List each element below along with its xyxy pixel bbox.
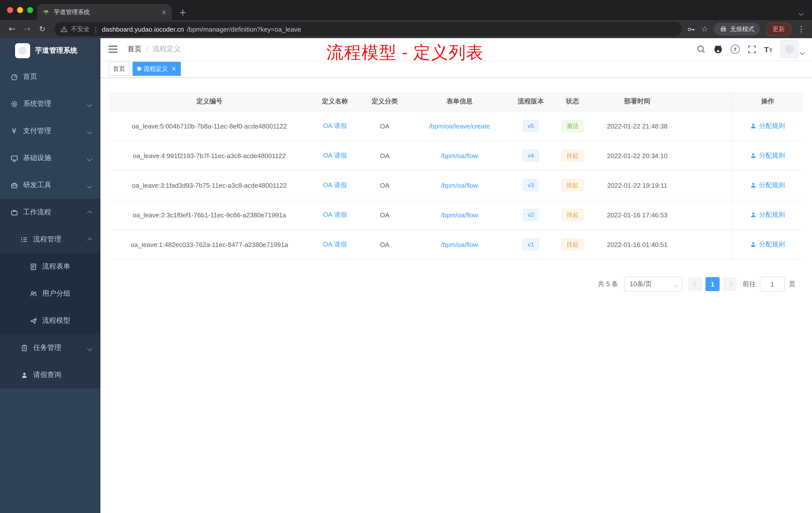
breadcrumb-current: 流程定义: [153, 45, 181, 54]
browser-tab[interactable]: 芋道管理系统 ×: [37, 4, 172, 20]
cell-spacer: [682, 141, 732, 171]
version-badge: v3: [522, 179, 539, 191]
github-icon[interactable]: [713, 45, 722, 54]
chrome-update-button[interactable]: 更新: [766, 22, 791, 36]
prev-page-button[interactable]: [689, 277, 702, 291]
user-menu[interactable]: [780, 40, 804, 58]
col-definition-id: 定义编号: [109, 92, 310, 111]
col-deploy-time: 部署时间: [593, 92, 682, 111]
sidebar-fold-icon[interactable]: [109, 46, 117, 53]
back-button[interactable]: ←: [5, 25, 19, 33]
col-process-version: 流程版本: [510, 92, 552, 111]
page-number-1[interactable]: 1: [705, 277, 720, 291]
infrastructure-icon: [10, 154, 18, 162]
sidebar-item-user-group[interactable]: 用户分组: [0, 280, 100, 307]
sidebar-item-infrastructure[interactable]: 基础设施: [0, 145, 100, 172]
form-info-link[interactable]: /bpm/oa/flow: [441, 211, 478, 219]
address-bar[interactable]: 不安全 | dashboard.yudao.iocoder.cn/bpm/man…: [54, 22, 682, 36]
assign-rule-link[interactable]: 分配规则: [751, 240, 785, 249]
password-key-icon[interactable]: [687, 25, 695, 33]
incognito-profile-chip[interactable]: 无痕模式: [714, 23, 760, 36]
form-info-link[interactable]: /bpm/oa/flow: [441, 181, 478, 189]
annotation-text: 流程模型 - 定义列表: [326, 41, 484, 64]
new-tab-button[interactable]: +: [179, 7, 187, 17]
forward-button[interactable]: →: [20, 25, 34, 33]
tag-process-definition[interactable]: 流程定义 ×: [133, 62, 181, 76]
page-main: 定义编号 定义名称 定义分类 表单信息 流程版本 状态 部署时间 操作: [100, 78, 812, 513]
user-icon: [751, 123, 756, 129]
app-window: 芋道管理系统 首页 系统管理 ¥ 支付管理: [0, 38, 812, 513]
sidebar-item-process-form[interactable]: 流程表单: [0, 253, 100, 280]
sidebar-item-task-management[interactable]: 任务管理: [0, 334, 100, 361]
form-info-link[interactable]: /bpm/oa/leave/create: [429, 122, 490, 130]
chevron-down-icon: [674, 280, 678, 288]
chevron-down-icon: [88, 181, 91, 189]
page-size-select[interactable]: 10条/页: [624, 277, 683, 292]
assign-rule-link[interactable]: 分配规则: [751, 121, 785, 130]
chevron-down-icon: [88, 154, 91, 162]
browser-menu-icon[interactable]: ⋮: [798, 25, 805, 34]
definition-name-link[interactable]: OA 请假: [323, 122, 347, 129]
app-logo-row[interactable]: 芋道管理系统: [0, 38, 100, 63]
sidebar-item-payment[interactable]: ¥ 支付管理: [0, 117, 100, 145]
reload-button[interactable]: ↻: [35, 25, 49, 33]
goto-unit: 页: [789, 280, 795, 289]
user-icon: [751, 212, 756, 218]
tab-close-icon[interactable]: ×: [161, 9, 167, 15]
user-icon: [751, 241, 756, 247]
search-icon[interactable]: [696, 45, 705, 54]
breadcrumb: 首页 / 流程定义: [127, 45, 181, 54]
minimize-window-button[interactable]: [17, 7, 23, 13]
process-list-icon: [20, 236, 28, 243]
chevron-up-icon: [88, 208, 91, 216]
goto-page-input[interactable]: [760, 277, 785, 292]
cell-spacer: [682, 171, 732, 200]
user-group-icon: [29, 290, 37, 297]
sidebar-item-leave-query[interactable]: 请假查询: [0, 361, 100, 389]
definition-name-link[interactable]: OA 请假: [323, 211, 347, 218]
goto-label: 前往: [743, 280, 756, 289]
definition-name-link[interactable]: OA 请假: [323, 152, 347, 159]
form-icon: [29, 263, 37, 270]
cell-category: OA: [360, 111, 409, 141]
sidebar-item-process-model[interactable]: 流程模型: [0, 307, 100, 334]
cell-definition-id: oa_leave:4:991f2193-7b7f-11ec-a3c8-acde4…: [109, 141, 310, 171]
sidebar-item-process-management[interactable]: 流程管理: [0, 226, 100, 253]
zoom-window-button[interactable]: [27, 7, 33, 13]
user-icon: [751, 153, 756, 159]
form-info-link[interactable]: /bpm/oa/flow: [441, 152, 478, 159]
sidebar-item-home[interactable]: 首页: [0, 63, 100, 90]
definition-name-link[interactable]: OA 请假: [323, 240, 347, 248]
next-page-button[interactable]: [723, 277, 737, 291]
table-row: oa_leave:1:482ec033-762a-11ec-8477-a2380…: [109, 230, 804, 259]
sidebar-item-system[interactable]: 系统管理: [0, 90, 100, 117]
sidebar-item-devtools[interactable]: 研发工具: [0, 172, 100, 199]
status-badge: 挂起: [561, 209, 583, 221]
tag-close-icon[interactable]: ×: [171, 66, 176, 72]
assign-rule-link[interactable]: 分配规则: [751, 210, 785, 219]
assign-rule-link[interactable]: 分配规则: [751, 151, 785, 160]
url-host: dashboard.yudao.iocoder.cn: [102, 25, 184, 33]
cell-definition-id: oa_leave:1:482ec033-762a-11ec-8477-a2380…: [109, 230, 310, 259]
assign-rule-link[interactable]: 分配规则: [751, 181, 785, 190]
fullscreen-icon[interactable]: [748, 45, 756, 54]
incognito-label: 无痕模式: [730, 25, 754, 33]
sidebar-item-workflow[interactable]: 工作流程: [0, 199, 100, 226]
navbar-right: ? TT: [696, 40, 804, 58]
col-form-info: 表单信息: [409, 92, 510, 111]
definition-name-link[interactable]: OA 请假: [323, 181, 347, 189]
bookmark-star-icon[interactable]: ☆: [701, 25, 708, 34]
help-icon[interactable]: ?: [730, 45, 740, 54]
close-window-button[interactable]: [7, 7, 13, 13]
tab-search-icon[interactable]: [800, 8, 803, 17]
cell-category: OA: [360, 200, 409, 230]
col-spacer: [682, 92, 732, 111]
user-icon: [751, 182, 756, 188]
breadcrumb-home-link[interactable]: 首页: [127, 45, 142, 54]
table-row: oa_leave:2:3c1f0ef1-76b1-11ec-9c66-a2380…: [109, 200, 804, 230]
cell-spacer: [682, 230, 732, 259]
form-info-link[interactable]: /bpm/oa/flow: [441, 241, 478, 248]
tag-home[interactable]: 首页: [109, 62, 129, 76]
cell-deploy-time: 2022-01-22 20:34:10: [593, 141, 682, 171]
font-size-icon[interactable]: TT: [764, 46, 772, 53]
